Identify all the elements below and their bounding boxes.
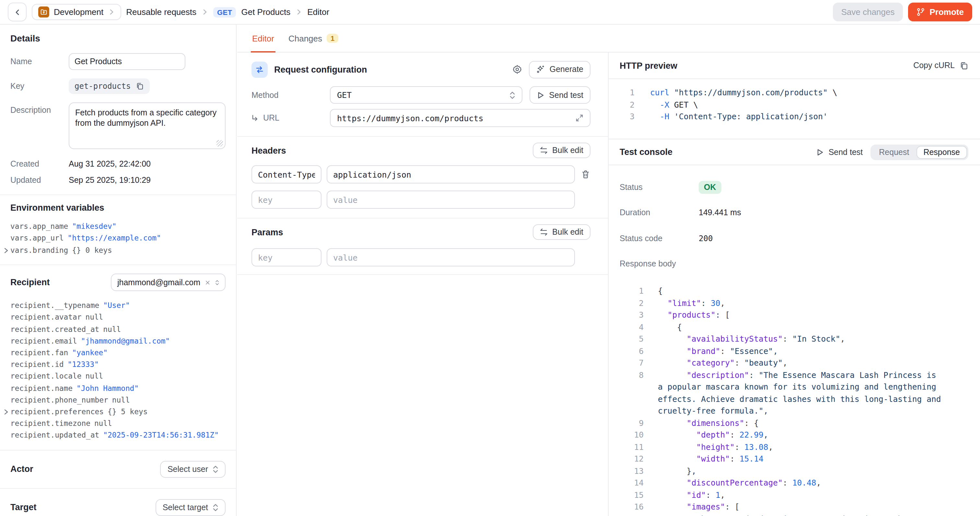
recipient-variable-key: recipient.id — [10, 358, 64, 370]
params-bulk-edit-button[interactable]: Bulk edit — [533, 224, 590, 240]
back-button[interactable] — [8, 3, 27, 21]
key-chip: get-products — [69, 78, 150, 94]
code-line: "https://cdn.dummyjson.com/product-image… — [644, 513, 931, 516]
header-key-input[interactable] — [251, 165, 321, 183]
recipient-variable-key: recipient.timezone — [10, 418, 91, 430]
actor-select[interactable]: Select user — [161, 460, 226, 478]
recipient-variable-value: null — [85, 371, 103, 382]
line-number — [609, 405, 644, 417]
sparkle-icon — [536, 65, 545, 74]
send-test-button[interactable]: Send test — [530, 86, 590, 104]
promote-button[interactable]: Promote — [908, 3, 972, 21]
recipient-variable-value: "yankee" — [72, 347, 108, 358]
breadcrumb-reusable-requests[interactable]: Reusable requests — [126, 7, 196, 17]
tab-editor[interactable]: Editor — [252, 25, 274, 52]
generate-label: Generate — [550, 65, 583, 74]
project-name: Development — [54, 7, 103, 17]
http-preview-header: HTTP preview Copy cURL — [609, 53, 980, 79]
line-number: 9 — [609, 417, 644, 429]
url-label-text: URL — [263, 113, 279, 123]
bulk-edit-icon — [540, 228, 548, 236]
response-code-row: 9 "dimensions": { — [609, 417, 980, 429]
gear-icon[interactable] — [512, 64, 522, 75]
response-code-row: 5 "availabilityStatus": "In Stock", — [609, 333, 980, 345]
recipient-variable-row[interactable]: recipient.preferences{} 5 keys — [10, 406, 226, 417]
actor-title: Actor — [10, 464, 33, 474]
line-number: 16 — [609, 501, 644, 513]
description-textarea[interactable]: Fetch products from a specific category … — [69, 102, 226, 149]
tab-changes[interactable]: Changes 1 — [288, 25, 338, 52]
env-variable-value: {} 0 keys — [72, 244, 112, 256]
header-key-input-empty[interactable] — [251, 191, 321, 209]
header-value-input[interactable] — [327, 165, 575, 183]
code-line: "brand": "Essence", — [644, 345, 778, 357]
response-body-viewer[interactable]: 1{2 "limit": 30,3 "products": [4 {5 "ava… — [609, 277, 980, 516]
bulk-edit-icon — [540, 147, 548, 154]
code-line: { — [644, 285, 663, 297]
env-variable-key: vars.app_url — [10, 233, 64, 244]
project-switcher[interactable]: Development — [32, 4, 121, 20]
toggle-request[interactable]: Request — [872, 145, 916, 159]
curl-preview-code: 1curl "https://dummyjson.com/products" \… — [609, 79, 980, 139]
recipient-select[interactable]: jhammond@gmail.com — [111, 274, 226, 291]
recipient-variable-row: recipient.email"jhammond@gmail.com" — [10, 335, 226, 347]
recipient-variable-value: "12333" — [68, 358, 99, 370]
delete-header-button[interactable] — [580, 170, 590, 179]
method-value: GET — [337, 90, 352, 100]
header-value-input-empty[interactable] — [327, 191, 575, 209]
workspace: Editor Changes 1 Request configuration — [237, 25, 980, 516]
tab-editor-label: Editor — [252, 33, 274, 43]
recipient-variable-row: recipient.updated_at"2025-09-23T14:56:31… — [10, 430, 226, 441]
code-line: "products": [ — [644, 309, 730, 321]
name-input[interactable] — [69, 53, 185, 70]
response-code-row: 7 "category": "beauty", — [609, 357, 980, 369]
editor-tabs: Editor Changes 1 — [237, 25, 980, 53]
env-variable-row[interactable]: vars.branding{} 0 keys — [10, 244, 226, 256]
param-key-input[interactable] — [251, 248, 321, 266]
created-value: Aug 31 2025, 22:42:00 — [69, 159, 151, 169]
preview-panel: HTTP preview Copy cURL 1curl "https://du… — [609, 53, 980, 516]
code-line: a popular mascara known for its volumizi… — [644, 381, 936, 393]
corner-down-right-icon — [251, 115, 259, 121]
url-input[interactable]: https://dummyjson.com/products — [330, 109, 590, 127]
console-send-test-button[interactable]: Send test — [816, 148, 863, 156]
recipient-variable-value: "John Hammond" — [76, 382, 139, 394]
recipient-variable-row: recipient.name"John Hammond" — [10, 382, 226, 394]
recipient-variable-key: recipient.fan — [10, 347, 68, 358]
duration-value: 149.441 ms — [699, 209, 741, 218]
method-select[interactable]: GET — [330, 86, 522, 104]
recipient-variable-row: recipient.phone_numbernull — [10, 394, 226, 406]
status-label: Status — [620, 183, 699, 192]
target-select[interactable]: Select target — [156, 499, 226, 516]
recipient-section: Recipient jhammond@gmail.com recipient._… — [0, 264, 236, 449]
copy-icon[interactable] — [136, 82, 143, 90]
expand-chevron-icon[interactable] — [4, 409, 10, 414]
line-number: 6 — [609, 345, 644, 357]
breadcrumb-editor: Editor — [307, 7, 329, 17]
code-line: "images": [ — [644, 501, 740, 513]
headers-bulk-edit-button[interactable]: Bulk edit — [533, 143, 590, 158]
code-line: }, — [644, 465, 696, 477]
generate-button[interactable]: Generate — [529, 61, 590, 78]
response-code-row: 6 "brand": "Essence", — [609, 345, 980, 357]
code-line: curl "https://dummyjson.com/products" \ — [635, 87, 837, 99]
toggle-response[interactable]: Response — [916, 145, 967, 159]
response-body-label: Response body — [620, 260, 699, 269]
expand-chevron-icon[interactable] — [4, 247, 10, 253]
response-code-row: a popular mascara known for its volumizi… — [609, 381, 980, 393]
params-section: Params Bulk edit — [237, 218, 608, 274]
expand-icon[interactable] — [576, 114, 583, 122]
copy-curl-button[interactable]: Copy cURL — [913, 61, 968, 70]
params-title: Params — [251, 227, 283, 237]
param-value-input[interactable] — [327, 248, 575, 266]
key-value: get-products — [75, 82, 130, 91]
recipient-variable-value: "jhammond@gmail.com" — [81, 335, 170, 347]
code-line: "description": "The Essence Mascara Lash… — [644, 369, 936, 381]
line-number: 2 — [609, 297, 644, 309]
line-number — [609, 393, 644, 405]
clear-icon[interactable] — [205, 279, 210, 285]
save-changes-button[interactable]: Save changes — [833, 3, 903, 21]
console-send-test-label: Send test — [829, 148, 863, 156]
created-label: Created — [10, 159, 69, 169]
breadcrumb-request-name[interactable]: Get Products — [241, 7, 290, 17]
